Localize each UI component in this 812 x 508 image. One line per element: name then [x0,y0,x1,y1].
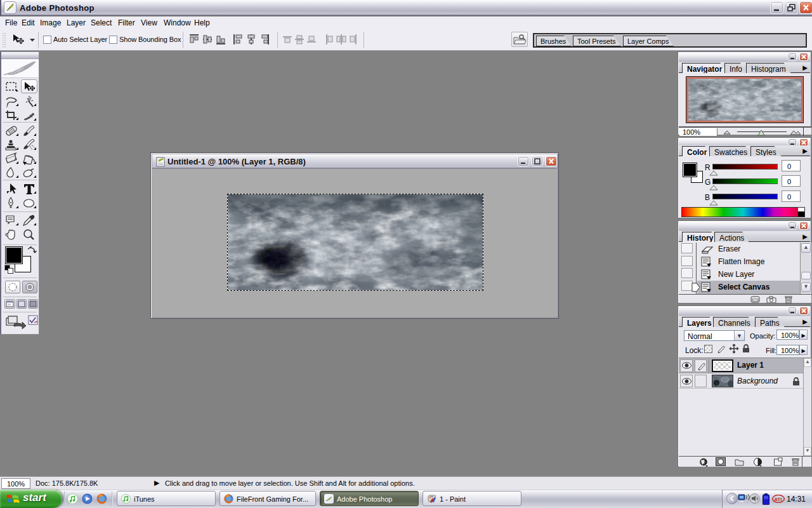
svg-text:ATI: ATI [774,497,782,502]
